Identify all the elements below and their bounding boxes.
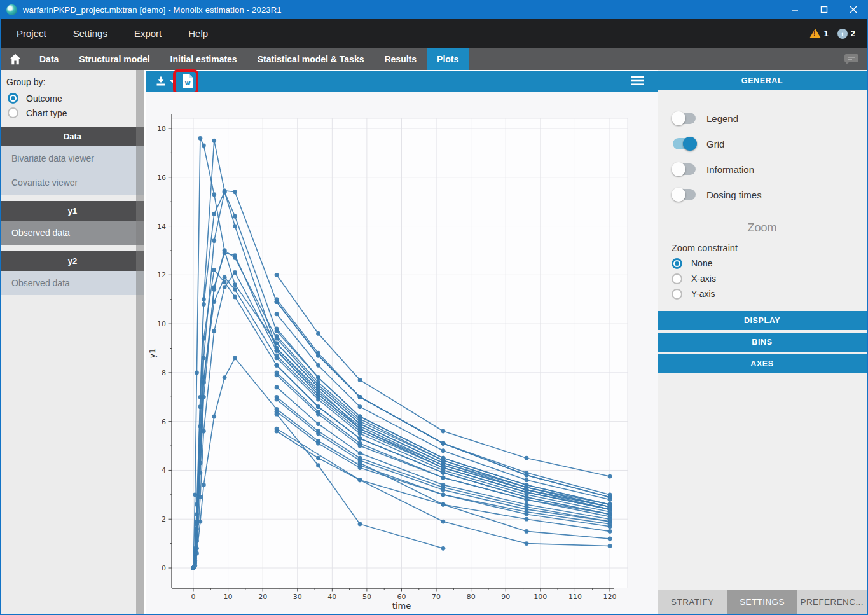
- warning-icon: [809, 29, 821, 38]
- bins-section-button[interactable]: BINS: [658, 333, 867, 352]
- sidebar-item-bivariate-data-viewer[interactable]: Bivariate data viewer: [1, 146, 144, 170]
- legend-toggle-row: Legend: [658, 106, 867, 131]
- svg-text:10: 10: [157, 320, 166, 328]
- svg-text:90: 90: [501, 593, 510, 601]
- main-tabbar: Data Structural model Initial estimates …: [1, 48, 867, 70]
- svg-text:20: 20: [258, 593, 267, 601]
- settings-panel: GENERAL Legend Grid Information Dosing t…: [658, 70, 867, 614]
- svg-text:80: 80: [467, 593, 476, 601]
- tab-initial-estimates[interactable]: Initial estimates: [160, 48, 247, 70]
- radio-icon: [8, 93, 18, 104]
- display-section-button[interactable]: DISPLAY: [658, 311, 867, 330]
- sidebar-section-y1: y1: [1, 201, 144, 221]
- svg-text:4: 4: [162, 466, 166, 474]
- warning-count: 1: [824, 29, 829, 38]
- grid-toggle[interactable]: [673, 138, 696, 149]
- zoom-constraint-label: Zoom constraint: [672, 243, 867, 253]
- svg-text:6: 6: [162, 418, 166, 426]
- info-count: 2: [851, 29, 855, 38]
- menubar: Project Settings Export Help 1 i 2: [1, 19, 867, 48]
- tab-plots[interactable]: Plots: [427, 48, 469, 70]
- axes-section-button[interactable]: AXES: [658, 354, 867, 373]
- dosing-times-toggle[interactable]: [673, 189, 696, 200]
- warning-badge[interactable]: 1: [809, 29, 829, 38]
- svg-text:18: 18: [157, 125, 166, 133]
- svg-text:14: 14: [157, 223, 166, 231]
- tab-results[interactable]: Results: [374, 48, 427, 70]
- dropdown-caret-icon: [169, 79, 176, 84]
- radio-icon: [8, 107, 18, 118]
- svg-text:70: 70: [432, 593, 441, 601]
- home-button[interactable]: [1, 48, 29, 70]
- zoom-option-y-axis[interactable]: Y-axis: [658, 286, 867, 301]
- group-by-label: Group by:: [1, 70, 144, 91]
- svg-text:100: 100: [534, 593, 547, 601]
- svg-text:60: 60: [397, 593, 406, 601]
- plots-sidebar: Group by: Outcome Chart type Data Bivari…: [1, 70, 144, 614]
- svg-text:time: time: [392, 601, 411, 611]
- minimize-button[interactable]: [780, 0, 809, 19]
- menu-settings[interactable]: Settings: [60, 28, 121, 39]
- titlebar: warfarinPKPD_project.mlxtran [demo] - Mo…: [0, 0, 868, 19]
- plot-region: w 01020304050607080901001101200246810121…: [144, 70, 658, 614]
- tab-structural-model[interactable]: Structural model: [69, 48, 160, 70]
- svg-text:y1: y1: [148, 349, 157, 358]
- speech-bubble-icon[interactable]: [844, 53, 859, 66]
- legend-toggle[interactable]: [673, 113, 696, 124]
- stratify-tab[interactable]: STRATIFY: [658, 590, 727, 614]
- svg-text:8: 8: [162, 369, 166, 377]
- download-button[interactable]: [155, 74, 177, 88]
- word-export-icon: w: [181, 74, 194, 89]
- svg-text:50: 50: [362, 593, 371, 601]
- information-toggle[interactable]: [673, 163, 696, 175]
- info-badge[interactable]: i 2: [837, 29, 855, 39]
- zoom-option-x-axis[interactable]: X-axis: [658, 271, 867, 286]
- svg-text:30: 30: [293, 593, 302, 601]
- svg-text:2: 2: [162, 515, 166, 523]
- groupby-option-outcome[interactable]: Outcome: [1, 91, 144, 106]
- general-section-header[interactable]: GENERAL: [658, 71, 867, 90]
- window-title: warfarinPKPD_project.mlxtran [demo] - Mo…: [23, 5, 282, 15]
- tab-data[interactable]: Data: [29, 48, 69, 70]
- menu-project[interactable]: Project: [1, 28, 60, 39]
- plot-menu-button[interactable]: [631, 76, 644, 88]
- plot-toolbar: w: [146, 71, 658, 92]
- dosing-times-toggle-row: Dosing times: [658, 182, 867, 207]
- svg-text:12: 12: [157, 271, 166, 279]
- observed-data-chart[interactable]: 0102030405060708090100110120024681012141…: [146, 92, 658, 614]
- grid-toggle-row: Grid: [658, 131, 867, 156]
- sidebar-item-y2-observed-data[interactable]: Observed data: [1, 271, 144, 295]
- download-icon: [155, 76, 167, 87]
- sidebar-scrollbar[interactable]: [136, 70, 144, 614]
- information-toggle-row: Information: [658, 156, 867, 182]
- groupby-option-chart-type[interactable]: Chart type: [1, 106, 144, 120]
- settings-tab[interactable]: SETTINGS: [727, 590, 797, 614]
- menu-help[interactable]: Help: [175, 28, 221, 39]
- close-button[interactable]: [839, 0, 868, 19]
- menu-icon: [631, 76, 644, 86]
- preferences-tab[interactable]: PREFERENC...: [797, 590, 867, 614]
- menu-export[interactable]: Export: [121, 28, 175, 39]
- radio-icon: [672, 273, 682, 284]
- sidebar-section-y2: y2: [1, 251, 144, 271]
- maximize-button[interactable]: [809, 0, 839, 19]
- radio-icon: [672, 289, 682, 300]
- home-icon: [9, 53, 22, 65]
- zoom-option-none[interactable]: None: [658, 256, 867, 271]
- word-export-button[interactable]: w: [178, 73, 197, 90]
- svg-text:0: 0: [162, 564, 166, 572]
- info-icon: i: [837, 29, 848, 39]
- svg-text:120: 120: [603, 593, 616, 601]
- svg-text:10: 10: [224, 593, 233, 601]
- sidebar-item-covariate-viewer[interactable]: Covariate viewer: [1, 170, 144, 195]
- app-window: warfarinPKPD_project.mlxtran [demo] - Mo…: [0, 0, 868, 615]
- svg-text:0: 0: [191, 593, 196, 601]
- radio-icon: [672, 258, 682, 269]
- zoom-section-title: Zoom: [658, 221, 867, 235]
- svg-text:110: 110: [568, 593, 582, 601]
- app-logo-icon: [6, 4, 17, 15]
- sidebar-section-data: Data: [1, 127, 144, 146]
- tab-statistical-model-tasks[interactable]: Statistical model & Tasks: [247, 48, 375, 70]
- sidebar-item-y1-observed-data[interactable]: Observed data: [1, 221, 144, 245]
- svg-text:40: 40: [327, 593, 336, 601]
